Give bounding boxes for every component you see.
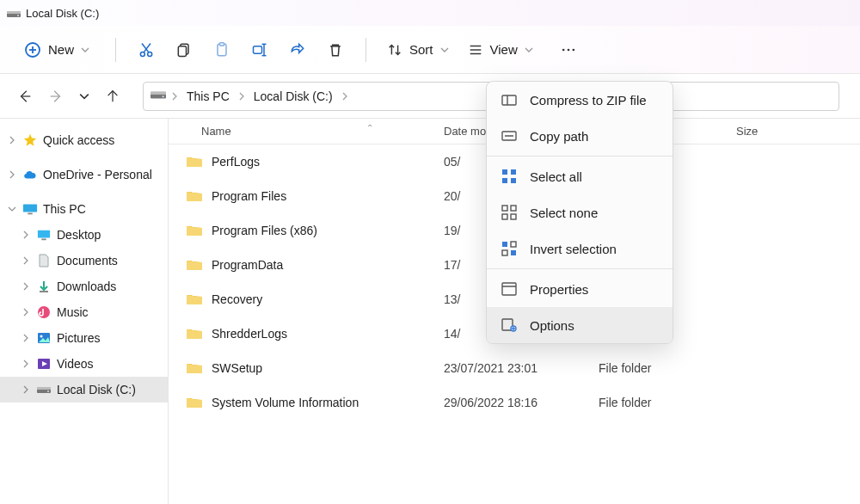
svg-rect-52: [511, 214, 516, 219]
up-button[interactable]: [105, 89, 120, 104]
chevron-right-icon: [21, 230, 31, 239]
tree-onedrive[interactable]: OneDrive - Personal: [0, 162, 168, 187]
chevron-right-icon: [7, 136, 17, 144]
file-row[interactable]: System Volume Information29/06/2022 18:1…: [169, 385, 860, 420]
drive-icon: [36, 382, 52, 397]
file-type: File folder: [599, 396, 736, 409]
menu-label: Invert selection: [530, 242, 617, 256]
cloud-icon: [22, 167, 38, 182]
menu-copy-path[interactable]: Copy path: [487, 118, 673, 154]
file-date: 29/06/2022 18:16: [444, 396, 599, 409]
svg-point-23: [572, 48, 574, 51]
view-label: View: [490, 42, 518, 57]
folder-icon: [186, 396, 203, 409]
view-button[interactable]: View: [468, 42, 533, 58]
tree-documents[interactable]: Documents: [0, 248, 168, 274]
tree-pictures[interactable]: Pictures: [0, 325, 168, 351]
tree-desktop[interactable]: Desktop: [0, 222, 168, 248]
more-button[interactable]: [559, 40, 578, 59]
command-bar: New Sort View: [0, 26, 860, 74]
column-size[interactable]: Size: [736, 125, 822, 138]
invert-selection-icon: [501, 240, 518, 257]
tree-label: Music: [57, 305, 89, 319]
menu-label: Select all: [530, 169, 582, 184]
chevron-right-icon: [21, 282, 31, 291]
chevron-right-icon: [21, 360, 31, 368]
tree-label: Downloads: [57, 280, 116, 293]
breadcrumb-this-pc[interactable]: This PC: [183, 88, 233, 105]
new-button[interactable]: New: [19, 38, 95, 62]
svg-rect-54: [511, 242, 516, 247]
svg-rect-51: [502, 214, 507, 219]
recent-button[interactable]: [79, 91, 89, 101]
svg-rect-55: [502, 250, 507, 255]
column-name[interactable]: Name ⌃: [169, 125, 444, 138]
tree-quick-access[interactable]: Quick access: [0, 127, 168, 153]
folder-icon: [186, 258, 203, 272]
tree-downloads[interactable]: Downloads: [0, 274, 168, 299]
svg-rect-14: [254, 46, 262, 52]
tree-label: Documents: [57, 254, 118, 267]
copy-button[interactable]: [175, 40, 194, 59]
properties-icon: [501, 280, 518, 298]
chevron-right-icon: [21, 385, 31, 394]
menu-properties[interactable]: Properties: [487, 271, 673, 307]
sort-button[interactable]: Sort: [387, 42, 449, 58]
breadcrumb-local-disk[interactable]: Local Disk (C:): [250, 88, 336, 105]
tree-local-disk[interactable]: Local Disk (C:): [0, 377, 168, 403]
paste-button[interactable]: [212, 40, 231, 59]
menu-compress-zip[interactable]: Compress to ZIP file: [487, 82, 673, 118]
title-bar: Local Disk (C:): [0, 0, 860, 26]
back-button[interactable]: [17, 89, 33, 104]
delete-button[interactable]: [326, 40, 345, 59]
document-icon: [36, 253, 52, 268]
svg-point-2: [17, 15, 19, 16]
cut-button[interactable]: [137, 40, 156, 59]
window-title: Local Disk (C:): [26, 7, 99, 20]
sort-label: Sort: [409, 42, 433, 57]
select-all-icon: [501, 168, 518, 185]
share-button[interactable]: [288, 40, 307, 59]
chevron-right-icon: [238, 89, 245, 103]
separator: [115, 38, 116, 62]
menu-separator: [487, 156, 673, 157]
rename-button[interactable]: [250, 40, 269, 59]
pc-icon: [22, 201, 38, 217]
svg-rect-50: [511, 206, 516, 211]
svg-point-29: [163, 95, 164, 97]
file-name-cell: SWSetup: [169, 361, 444, 375]
menu-invert-selection[interactable]: Invert selection: [487, 230, 673, 267]
nav-row: This PC Local Disk (C:): [0, 74, 860, 119]
tree-label: Videos: [57, 357, 94, 371]
tree-music[interactable]: Music: [0, 299, 168, 325]
menu-select-none[interactable]: Select none: [487, 194, 673, 230]
chevron-right-icon: [341, 89, 348, 103]
file-name: SWSetup: [212, 361, 262, 375]
column-size-label: Size: [736, 125, 758, 138]
svg-rect-47: [502, 178, 507, 183]
tree-this-pc[interactable]: This PC: [0, 196, 168, 222]
separator: [366, 38, 366, 62]
folder-icon: [186, 327, 203, 341]
file-name-cell: ProgramData: [169, 258, 444, 272]
svg-rect-31: [28, 213, 32, 215]
file-row[interactable]: SWSetup23/07/2021 23:01File folder: [169, 351, 860, 385]
chevron-right-icon: [21, 256, 31, 265]
drive-icon: [7, 8, 21, 18]
folder-icon: [186, 361, 203, 375]
copy-path-icon: [501, 127, 518, 144]
folder-icon: [186, 155, 203, 169]
file-name: Program Files (x86): [212, 224, 317, 237]
svg-rect-57: [502, 283, 516, 295]
menu-select-all[interactable]: Select all: [487, 158, 673, 194]
svg-rect-1: [7, 11, 21, 14]
menu-options[interactable]: Options: [487, 307, 673, 343]
column-name-label: Name: [201, 125, 231, 138]
chevron-right-icon: [7, 170, 17, 179]
file-name: Recovery: [212, 292, 262, 306]
forward-button[interactable]: [48, 89, 64, 104]
chevron-down-icon: [81, 43, 89, 57]
tree-videos[interactable]: Videos: [0, 351, 168, 377]
options-icon: [501, 317, 518, 334]
menu-label: Compress to ZIP file: [530, 93, 647, 108]
